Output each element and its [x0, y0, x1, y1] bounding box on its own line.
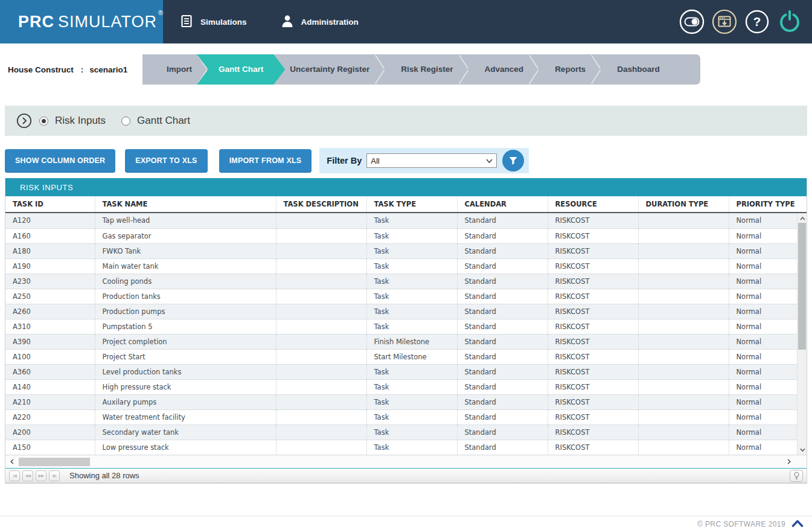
table-row[interactable]: A250Production tanksTaskStandardRISKCOST… — [5, 289, 797, 304]
cell-calendar: Standard — [457, 364, 548, 379]
tab-import[interactable]: Import — [151, 54, 208, 85]
cell-task-type: Task — [366, 243, 457, 258]
cell-priority-type: Normal — [729, 409, 797, 425]
app-logo[interactable]: PRCSIMULATOR® — [0, 0, 163, 43]
cell-calendar: Standard — [457, 409, 548, 425]
table-row[interactable]: A180FWKO TankTaskStandardRISKCOSTNormal — [5, 243, 797, 258]
vertical-scrollbar[interactable] — [797, 213, 807, 455]
export-to-xls-button[interactable]: EXPORT TO XLS — [125, 149, 207, 172]
horizontal-scroll-thumb[interactable] — [19, 458, 90, 466]
grid-header-table: TASK IDTASK NAMETASK DESCRIPTIONTASK TYP… — [5, 196, 807, 213]
scroll-up-icon[interactable] — [798, 214, 807, 223]
scroll-left-icon[interactable] — [7, 455, 18, 468]
table-row[interactable]: A260Production pumpsTaskStandardRISKCOST… — [5, 304, 797, 319]
scroll-to-top-icon[interactable] — [791, 519, 804, 530]
last-page-button[interactable]: ▶| — [49, 470, 60, 481]
cell-priority-type: Normal — [729, 228, 797, 243]
tab-dashboard[interactable]: Dashboard — [601, 54, 676, 85]
filter-panel: Filter By All — [319, 148, 529, 173]
cell-task-type: Task — [366, 274, 457, 289]
breadcrumb: House Construct : scenario1 — [0, 54, 142, 85]
next-page-button[interactable]: ▶▶ — [36, 470, 46, 481]
cell-calendar: Standard — [457, 334, 548, 349]
filter-select[interactable]: All — [366, 153, 497, 168]
table-row[interactable]: A150Low pressure stackTaskStandardRISKCO… — [5, 440, 797, 455]
column-header-task-description[interactable]: TASK DESCRIPTION — [276, 196, 366, 213]
column-header-resource[interactable]: RESOURCE — [548, 196, 638, 213]
import-from-xls-button[interactable]: IMPORT FROM XLS — [219, 149, 312, 172]
table-row[interactable]: A140High pressure stackTaskStandardRISKC… — [5, 379, 797, 394]
cell-calendar: Standard — [457, 440, 548, 455]
cell-resource: RISKCOST — [548, 213, 638, 228]
lightbulb-button[interactable] — [790, 470, 803, 482]
cell-priority-type: Normal — [729, 274, 797, 289]
window-download-icon[interactable] — [711, 8, 738, 36]
cell-task-type: Task — [366, 304, 457, 319]
cell-task-id: A360 — [5, 364, 95, 379]
cell-task-id: A310 — [5, 319, 95, 334]
table-row[interactable]: A200Secondary water tankTaskStandardRISK… — [5, 425, 797, 440]
prev-page-button[interactable]: ◀◀ — [22, 470, 33, 481]
grid-toolbar: SHOW COLUMN ORDER EXPORT TO XLS IMPORT F… — [5, 148, 807, 173]
table-row[interactable]: A120Tap well-headTaskStandardRISKCOSTNor… — [5, 213, 797, 228]
gantt-chart-radio-label[interactable]: Gantt Chart — [137, 115, 190, 127]
scroll-down-icon[interactable] — [798, 445, 807, 454]
cell-calendar: Standard — [457, 274, 548, 289]
vertical-scroll-thumb[interactable] — [798, 223, 806, 350]
tab-risk-register[interactable]: Risk Register — [385, 54, 468, 85]
tab-gantt-chart[interactable]: Gantt Chart — [197, 54, 285, 85]
cell-resource: RISKCOST — [548, 289, 638, 304]
chevron-right-circle-icon[interactable] — [16, 113, 32, 129]
cell-task-name: Low pressure stack — [95, 440, 276, 455]
column-header-task-id[interactable]: TASK ID — [5, 196, 95, 213]
cell-calendar: Standard — [457, 243, 548, 258]
column-header-task-type[interactable]: TASK TYPE — [366, 196, 457, 213]
help-icon[interactable]: ? — [743, 8, 771, 36]
table-row[interactable]: A190Main water tankTaskStandardRISKCOSTN… — [5, 258, 797, 274]
first-page-button[interactable]: |◀ — [9, 470, 20, 481]
horizontal-scrollbar[interactable] — [5, 455, 807, 468]
risk-inputs-radio[interactable] — [39, 117, 48, 126]
table-row[interactable]: A390Project completionFinish MilestoneSt… — [5, 334, 797, 349]
cell-task-name: Pumpstation 5 — [95, 319, 276, 334]
funnel-icon — [508, 156, 518, 165]
power-icon[interactable] — [776, 8, 804, 36]
cell-duration-type — [638, 334, 729, 349]
cell-resource: RISKCOST — [548, 243, 638, 258]
table-row[interactable]: A360Level production tanksTaskStandardRI… — [5, 364, 797, 379]
tab-reports[interactable]: Reports — [539, 54, 601, 85]
column-header-duration-type[interactable]: DURATION TYPE — [638, 196, 729, 213]
cell-task-id: A190 — [5, 258, 95, 274]
cell-task-name: Tap well-head — [95, 213, 276, 228]
show-column-order-button[interactable]: SHOW COLUMN ORDER — [5, 149, 115, 172]
cell-calendar: Standard — [457, 213, 548, 228]
nav-simulations[interactable]: Simulations — [180, 14, 247, 30]
cell-task-id: A220 — [5, 409, 95, 425]
table-row[interactable]: A230Cooling pondsTaskStandardRISKCOSTNor… — [5, 274, 797, 289]
table-row[interactable]: A210Auxilary pumpsTaskStandardRISKCOSTNo… — [5, 394, 797, 409]
table-row[interactable]: A310Pumpstation 5TaskStandardRISKCOSTNor… — [5, 319, 797, 334]
cell-task-id: A250 — [5, 289, 95, 304]
column-header-calendar[interactable]: CALENDAR — [457, 196, 548, 213]
nav-administration[interactable]: Administration — [281, 14, 359, 30]
toggle-icon[interactable] — [678, 8, 706, 36]
cell-resource: RISKCOST — [548, 394, 638, 409]
table-row[interactable]: A100Project StartStart MilestoneStandard… — [5, 349, 797, 364]
cell-resource: RISKCOST — [548, 319, 638, 334]
scroll-right-icon[interactable] — [784, 455, 794, 468]
lightbulb-icon — [793, 472, 800, 480]
cell-task-id: A150 — [5, 440, 95, 455]
gantt-chart-radio[interactable] — [121, 117, 130, 126]
administration-icon — [281, 14, 294, 30]
cell-task-description — [276, 440, 366, 455]
column-header-priority-type[interactable]: PRIORITY TYPE — [729, 196, 807, 213]
risk-inputs-radio-label[interactable]: Risk Inputs — [55, 115, 106, 127]
table-row[interactable]: A220Water treatment facilityTaskStandard… — [5, 409, 797, 425]
column-header-task-name[interactable]: TASK NAME — [95, 196, 276, 213]
apply-filter-button[interactable] — [502, 150, 524, 171]
tab-uncertainty-register[interactable]: Uncertainty Register — [274, 54, 385, 85]
cell-calendar: Standard — [457, 425, 548, 440]
nav-simulations-label: Simulations — [200, 18, 247, 27]
table-row[interactable]: A160Gas separatorTaskStandardRISKCOSTNor… — [5, 228, 797, 243]
tab-advanced[interactable]: Advanced — [469, 54, 540, 85]
